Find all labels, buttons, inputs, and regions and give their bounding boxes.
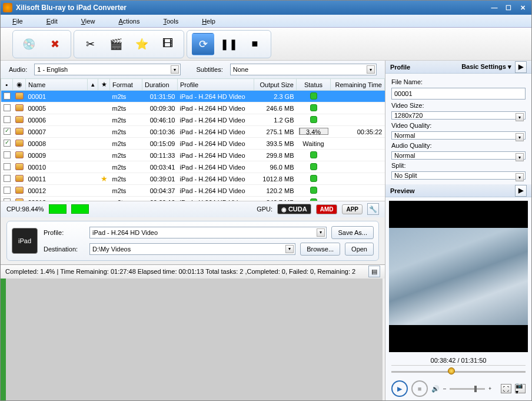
close-button[interactable]: ✕ <box>516 2 529 13</box>
col-status[interactable]: Status <box>297 79 331 91</box>
remove-button[interactable]: ✖ <box>44 33 66 55</box>
snapshot-button[interactable]: 📷▾ <box>515 384 526 393</box>
table-row[interactable]: 00005m2ts00:09:30iPad - H.264 HD Video24… <box>1 102 385 114</box>
col-star[interactable]: ★ <box>98 79 110 91</box>
status-ready-icon <box>310 187 317 194</box>
col-duration[interactable]: Duration <box>142 79 178 91</box>
video-size-label: Video Size: <box>391 102 526 109</box>
load-disc-button[interactable]: 💿 <box>18 33 40 55</box>
cpu-label: CPU:98.44% <box>6 206 44 213</box>
col-sort[interactable]: ▴ <box>88 79 98 91</box>
profile-select[interactable]: iPad - H.264 HD Video▾ <box>89 227 327 238</box>
save-as-button[interactable]: Save As... <box>331 226 374 239</box>
file-table[interactable]: ▪ ◉ Name ▴ ★ Format Duration Profile Out… <box>1 78 385 201</box>
table-row[interactable]: 00012m2ts00:04:37iPad - H.264 HD Video12… <box>1 185 385 197</box>
audio-select[interactable]: 1 - English▾ <box>34 64 181 75</box>
table-row[interactable]: 00006m2ts00:46:10iPad - H.264 HD Video1.… <box>1 114 385 126</box>
menu-view[interactable]: View <box>81 18 95 25</box>
preview-panel-title: Preview <box>390 187 415 194</box>
volume-icon[interactable]: 🔊 <box>431 385 440 393</box>
preview-expand-button[interactable]: ▶ <box>515 185 527 197</box>
minimize-button[interactable]: — <box>488 2 501 13</box>
gpu-label: GPU: <box>257 206 272 213</box>
menu-file[interactable]: File <box>12 18 23 25</box>
table-row[interactable]: 00007m2ts00:10:36iPad - H.264 HD Video27… <box>1 126 385 138</box>
effects-button[interactable]: ⭐ <box>131 33 153 55</box>
profile-expand-button[interactable]: ▶ <box>515 61 527 73</box>
play-button[interactable]: ▶ <box>391 380 408 397</box>
edit-video-button[interactable]: 🎬 <box>105 33 127 55</box>
row-checkbox[interactable] <box>4 175 11 182</box>
cpu-bar-1 <box>49 204 66 214</box>
col-format[interactable]: Format <box>110 79 142 91</box>
film-icon <box>15 175 24 182</box>
col-output[interactable]: Output Size <box>254 79 297 91</box>
row-checkbox[interactable] <box>4 128 11 135</box>
preview-video[interactable] <box>389 201 528 352</box>
file-name-input[interactable]: 00001 <box>391 88 526 100</box>
cut-button[interactable]: ✂ <box>79 33 101 55</box>
table-row[interactable]: 00009m2ts00:11:33iPad - H.264 HD Video29… <box>1 150 385 161</box>
status-ready-icon <box>310 163 317 170</box>
fullscreen-button[interactable]: ⛶ <box>501 384 511 393</box>
status-ready-icon <box>310 151 317 158</box>
video-size-select[interactable]: 1280x720▾ <box>391 111 526 120</box>
cuda-badge: ◉ CUDA <box>277 204 311 214</box>
pause-button[interactable]: ❚❚ <box>218 33 240 55</box>
log-button[interactable]: ▤ <box>368 266 380 277</box>
stop-button[interactable]: ■ <box>244 33 266 55</box>
app-badge: APP <box>342 204 363 214</box>
open-button[interactable]: Open <box>345 243 374 256</box>
row-checkbox[interactable] <box>4 187 11 194</box>
menu-help[interactable]: Help <box>202 18 215 25</box>
menu-actions[interactable]: Actions <box>118 18 139 25</box>
basic-settings-toggle[interactable]: Basic Settings ▾ <box>461 63 511 71</box>
video-quality-select[interactable]: Normal▾ <box>391 131 526 140</box>
convert-button[interactable]: ⟳ <box>192 33 214 55</box>
film-icon <box>15 104 24 111</box>
table-row[interactable]: 00001m2ts01:31:50iPad - H.264 HD Video2.… <box>1 91 385 102</box>
subtitles-select[interactable]: None▾ <box>230 64 377 75</box>
maximize-button[interactable]: ☐ <box>502 2 515 13</box>
chevron-down-icon: ▾ <box>367 65 375 74</box>
status-ready-icon <box>310 104 317 111</box>
stop-preview-button[interactable]: ■ <box>411 380 428 397</box>
profile-label: Profile: <box>44 229 85 236</box>
col-profile[interactable]: Profile <box>178 79 254 91</box>
row-checkbox[interactable] <box>4 92 11 100</box>
film-icon <box>15 187 24 194</box>
ipad-icon: iPad <box>12 228 38 254</box>
film-icon <box>15 140 24 147</box>
row-checkbox[interactable] <box>4 140 11 147</box>
video-quality-label: Video Quality: <box>391 122 526 129</box>
status-text: Waiting <box>302 140 324 147</box>
menu-edit[interactable]: Edit <box>46 18 58 25</box>
film-icon <box>15 92 24 100</box>
split-label: Split: <box>391 162 526 169</box>
file-name-label: File Name: <box>391 78 526 85</box>
menu-tools[interactable]: Tools <box>163 18 178 25</box>
table-row[interactable]: 00013m2ts00:09:16iPad - H.264 HD Video24… <box>1 197 385 201</box>
split-select[interactable]: No Split▾ <box>391 171 526 180</box>
row-checkbox[interactable] <box>4 163 11 170</box>
row-checkbox[interactable] <box>4 116 11 123</box>
preview-seek-slider[interactable] <box>391 365 526 377</box>
table-row[interactable]: 00008m2ts00:15:09iPad - H.264 HD Video39… <box>1 138 385 150</box>
col-remaining[interactable]: Remaining Time <box>331 79 385 91</box>
destination-select[interactable]: D:\My Videos▾ <box>89 243 295 255</box>
add-clip-button[interactable]: 🎞 <box>157 33 179 55</box>
col-type[interactable]: ◉ <box>13 79 26 91</box>
film-icon <box>15 128 24 135</box>
film-icon <box>15 151 24 158</box>
browse-button[interactable]: Browse... <box>300 243 340 256</box>
gpu-settings-button[interactable]: 🔧 <box>367 203 379 215</box>
col-select-all[interactable]: ▪ <box>1 79 13 91</box>
volume-slider[interactable] <box>450 388 485 390</box>
table-row[interactable]: 00010m2ts00:03:41iPad - H.264 HD Video96… <box>1 161 385 173</box>
table-row[interactable]: 00011★m2ts00:39:01iPad - H.264 HD Video1… <box>1 173 385 185</box>
status-progress: 3.4% <box>299 128 328 135</box>
row-checkbox[interactable] <box>4 104 11 111</box>
col-name[interactable]: Name <box>26 79 88 91</box>
audio-quality-select[interactable]: Normal▾ <box>391 151 526 160</box>
row-checkbox[interactable] <box>4 151 11 158</box>
